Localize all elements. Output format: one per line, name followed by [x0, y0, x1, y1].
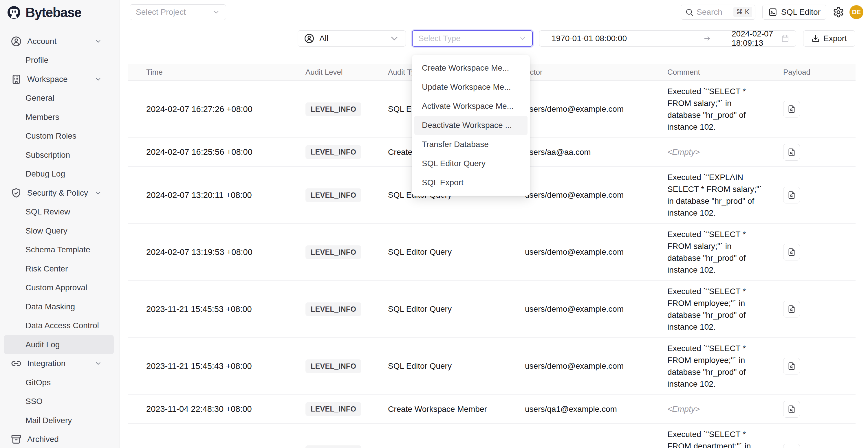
main-content: All Select Type 1970-01-01 08:00:00 2024…	[120, 24, 868, 448]
table-row: 2023-11-04 21:26:24 +08:00LEVEL_INFOSQL …	[128, 424, 856, 448]
gear-icon[interactable]	[833, 6, 844, 18]
avatar[interactable]: DE	[849, 5, 863, 19]
cell-comment: <Empty>	[668, 141, 783, 163]
sidebar-item-label: Risk Center	[26, 264, 68, 274]
actor-filter-value: All	[319, 34, 328, 43]
sidebar-section-account[interactable]: Account	[0, 32, 120, 51]
sidebar-item-general[interactable]: General	[0, 89, 120, 108]
sidebar-item-gitops[interactable]: GitOps	[0, 373, 120, 392]
type-option-update-workspace-me[interactable]: Update Workspace Me...	[414, 77, 528, 97]
search-icon	[685, 8, 694, 17]
payload-view-button[interactable]	[783, 444, 800, 448]
sidebar-nav: AccountProfileWorkspaceGeneralMembersCus…	[0, 22, 120, 448]
terminal-icon	[768, 7, 777, 17]
sql-editor-button[interactable]: SQL Editor	[762, 5, 826, 20]
cell-comment: Executed `"SELECT * FROM employee;"` in …	[668, 338, 783, 394]
comment-text: Executed `"SELECT * FROM salary;"` in da…	[668, 224, 763, 281]
sidebar-item-custom-roles[interactable]: Custom Roles	[0, 127, 120, 146]
sidebar-item-profile[interactable]: Profile	[0, 51, 120, 70]
sidebar-item-label: Custom Roles	[26, 131, 76, 141]
sidebar-item-label: Audit Log	[26, 340, 60, 349]
type-option-sql-export[interactable]: SQL Export	[414, 173, 528, 192]
bytebase-logo[interactable]: Bytebase	[0, 0, 120, 22]
sidebar-item-members[interactable]: Members	[0, 108, 120, 127]
sidebar-item-data-masking[interactable]: Data Masking	[0, 297, 120, 316]
payload-view-button[interactable]	[783, 358, 800, 375]
sidebar-item-sql-review[interactable]: SQL Review	[0, 202, 120, 222]
sidebar-item-data-access-control[interactable]: Data Access Control	[0, 316, 120, 335]
cell-audit-level: LEVEL_INFO	[305, 302, 388, 316]
download-icon	[811, 34, 820, 42]
type-option-sql-editor-query[interactable]: SQL Editor Query	[414, 154, 528, 173]
column-header-audit-level: Audit Level	[305, 68, 388, 77]
comment-text: Executed `"SELECT * FROM department;"` i…	[668, 424, 763, 448]
cell-payload	[783, 101, 856, 118]
date-range-picker[interactable]: 1970-01-01 08:00:00 2024-02-07 18:09:13	[539, 30, 796, 46]
type-filter-placeholder: Select Type	[418, 34, 461, 43]
comment-text: Executed `"EXPLAIN SELECT * FROM salary;…	[668, 167, 763, 223]
sidebar-item-subscription[interactable]: Subscription	[0, 146, 120, 165]
comment-empty: <Empty>	[668, 141, 763, 163]
topbar-right: Search ⌘ K SQL Editor DE	[681, 5, 868, 20]
payload-view-button[interactable]	[783, 187, 800, 203]
actor-filter-select[interactable]: All	[298, 30, 406, 46]
cell-actor: users/demo@example.com	[525, 305, 668, 314]
sidebar-section-archived[interactable]: Archived	[0, 430, 120, 448]
sidebar-item-label: GitOps	[26, 378, 51, 387]
sidebar-section-security-policy[interactable]: Security & Policy	[0, 184, 120, 202]
sidebar-item-label: Data Masking	[26, 302, 75, 311]
sidebar-item-custom-approval[interactable]: Custom Approval	[0, 279, 120, 297]
calendar-icon	[781, 34, 789, 43]
cell-time: 2024-02-07 13:19:53 +08:00	[128, 248, 305, 257]
type-option-create-workspace-me[interactable]: Create Workspace Me...	[414, 59, 528, 77]
cell-time: 2023-11-04 22:48:30 +08:00	[128, 404, 305, 414]
payload-view-button[interactable]	[783, 244, 800, 260]
cell-audit-level: LEVEL_INFO	[305, 102, 388, 116]
cell-time: 2024-02-07 13:20:11 +08:00	[128, 190, 305, 200]
sidebar-item-schema-template[interactable]: Schema Template	[0, 241, 120, 260]
chevron-down-icon	[92, 73, 104, 86]
search-input[interactable]: Search ⌘ K	[681, 5, 755, 20]
comment-text: Executed `"SELECT * FROM employee;"` in …	[668, 281, 763, 338]
sidebar-section-label: Account	[27, 37, 57, 46]
payload-view-button[interactable]	[783, 301, 800, 318]
sidebar-item-sso[interactable]: SSO	[0, 392, 120, 411]
sidebar-item-debug-log[interactable]: Debug Log	[0, 165, 120, 184]
cell-actor: users/qa1@example.com	[525, 405, 668, 414]
cell-payload	[783, 244, 856, 260]
sidebar-item-label: Mail Delivery	[26, 416, 72, 425]
sidebar-item-risk-center[interactable]: Risk Center	[0, 259, 120, 279]
cell-payload	[783, 187, 856, 203]
sidebar-item-label: Debug Log	[26, 169, 65, 179]
sidebar-item-label: Profile	[26, 56, 48, 65]
cell-actor: users/demo@example.com	[525, 190, 668, 200]
audit-level-badge: LEVEL_INFO	[305, 445, 361, 448]
audit-level-badge: LEVEL_INFO	[305, 102, 361, 116]
type-filter-select[interactable]: Select Type	[412, 30, 533, 46]
sidebar-section-label: Workspace	[27, 75, 68, 84]
sidebar-section-workspace[interactable]: Workspace	[0, 70, 120, 89]
export-label: Export	[824, 34, 847, 43]
payload-view-button[interactable]	[783, 144, 800, 161]
sidebar-item-label: Custom Approval	[26, 283, 87, 292]
payload-view-button[interactable]	[783, 101, 800, 118]
payload-view-button[interactable]	[783, 401, 800, 418]
type-option-activate-workspace-me[interactable]: Activate Workspace Me...	[414, 97, 528, 116]
archive-icon	[10, 433, 23, 446]
chevron-down-icon	[92, 187, 104, 199]
type-option-deactivate-workspace[interactable]: Deactivate Workspace ...	[414, 116, 528, 135]
sidebar-item-slow-query[interactable]: Slow Query	[0, 221, 120, 241]
date-start-value[interactable]: 1970-01-01 08:00:00	[552, 34, 627, 43]
sidebar-section-integration[interactable]: Integration	[0, 354, 120, 373]
cell-payload	[783, 444, 856, 448]
project-select[interactable]: Select Project	[130, 4, 226, 20]
cell-audit-type: SQL Editor Query	[388, 361, 525, 371]
export-button[interactable]: Export	[803, 30, 855, 46]
audit-level-badge: LEVEL_INFO	[305, 188, 361, 202]
sidebar-item-mail-delivery[interactable]: Mail Delivery	[0, 411, 120, 430]
sidebar-item-label: SSO	[26, 397, 42, 406]
type-filter-dropdown: Create Workspace Me...Update Workspace M…	[412, 55, 530, 196]
sidebar-item-audit-log[interactable]: Audit Log	[4, 335, 114, 354]
type-option-transfer-database[interactable]: Transfer Database	[414, 135, 528, 154]
arrow-right-icon	[703, 34, 711, 42]
